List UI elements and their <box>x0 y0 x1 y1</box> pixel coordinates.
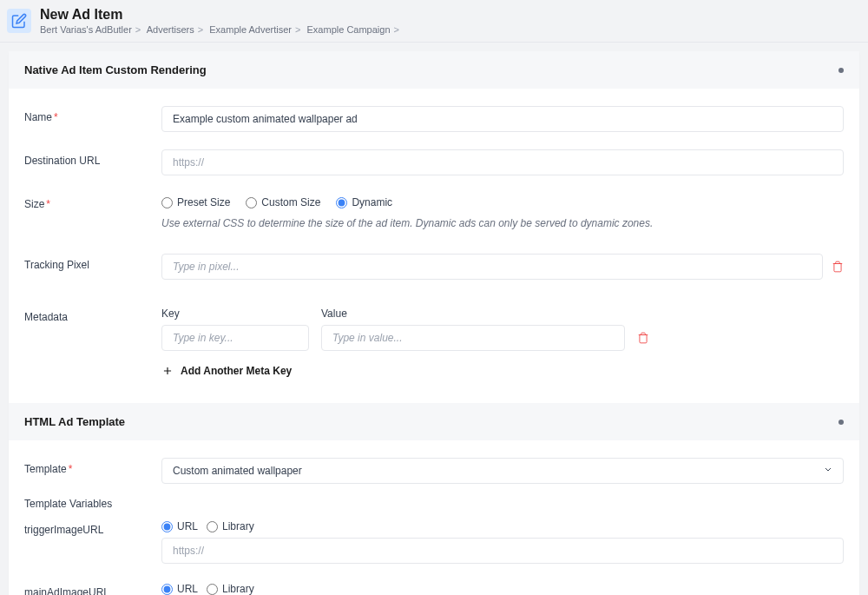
template-select[interactable] <box>161 458 844 484</box>
trash-icon <box>637 332 649 344</box>
page-header: New Ad Item Bert Varias's AdButler> Adve… <box>0 0 868 43</box>
size-label: Size* <box>24 193 161 210</box>
metadata-label: Metadata <box>24 306 161 323</box>
section-toggle-icon <box>838 420 844 425</box>
name-input[interactable] <box>161 106 844 132</box>
section-native-rendering[interactable]: Native Ad Item Custom Rendering <box>9 51 859 89</box>
trash-icon <box>832 261 844 273</box>
section-toggle-icon <box>838 68 844 73</box>
trigger-library-radio[interactable]: Library <box>207 520 254 532</box>
trigger-url-input[interactable] <box>161 538 844 564</box>
edit-icon <box>7 9 31 33</box>
tracking-pixel-input[interactable] <box>161 254 823 280</box>
template-vars-label: Template Variables <box>24 493 161 515</box>
meta-key-header: Key <box>161 307 309 320</box>
trigger-image-label: triggerImageURL <box>24 519 161 536</box>
add-meta-button[interactable]: Add Another Meta Key <box>161 365 844 377</box>
meta-key-input[interactable] <box>161 325 309 351</box>
tracking-pixel-label: Tracking Pixel <box>24 254 161 271</box>
meta-value-header: Value <box>321 307 844 320</box>
breadcrumb[interactable]: Bert Varias's AdButler> Advertisers> Exa… <box>40 24 403 35</box>
destination-url-input[interactable] <box>161 149 844 175</box>
size-help-text: Use external CSS to determine the size o… <box>161 217 844 229</box>
delete-meta-button[interactable] <box>637 332 649 344</box>
size-dynamic-radio[interactable]: Dynamic <box>336 196 392 208</box>
name-label: Name* <box>24 106 161 123</box>
trigger-url-radio[interactable]: URL <box>161 520 198 532</box>
plus-icon <box>161 365 174 377</box>
meta-value-input[interactable] <box>321 325 625 351</box>
section-html-template[interactable]: HTML Ad Template <box>9 403 859 440</box>
size-custom-radio[interactable]: Custom Size <box>246 196 320 208</box>
size-preset-radio[interactable]: Preset Size <box>161 196 230 208</box>
destination-url-label: Destination URL <box>24 149 161 167</box>
template-label: Template* <box>24 458 161 475</box>
main-image-label: mainAdImageURL <box>24 581 161 595</box>
main-url-radio[interactable]: URL <box>161 583 198 595</box>
delete-pixel-button[interactable] <box>832 261 844 273</box>
main-library-radio[interactable]: Library <box>207 583 254 595</box>
page-title: New Ad Item <box>40 7 403 23</box>
